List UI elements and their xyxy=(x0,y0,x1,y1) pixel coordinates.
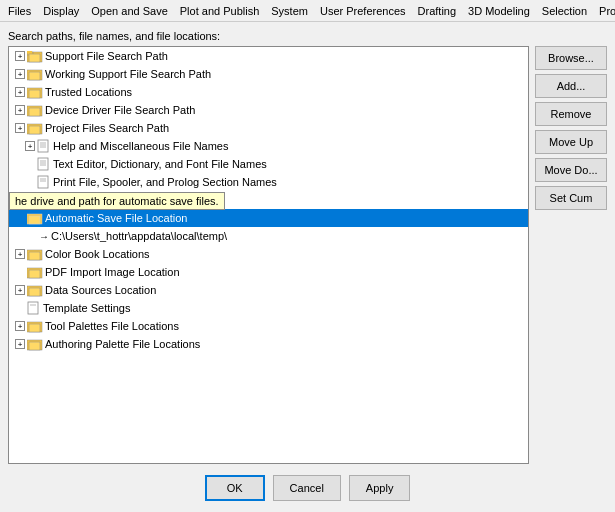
tree-item-auto-save[interactable]: Automatic Save File Location xyxy=(9,209,528,227)
folder-icon-pdf-import xyxy=(27,265,43,279)
dialog-description: Search paths, file names, and file locat… xyxy=(8,30,607,42)
tree-label-color-book: Color Book Locations xyxy=(45,248,150,260)
tree-label-data-sources: Data Sources Location xyxy=(45,284,156,296)
folder-icon-project-files xyxy=(27,121,43,135)
svg-rect-38 xyxy=(29,342,40,350)
tree-item-auto-save-path[interactable]: → C:\Users\t_hottr\appdata\local\temp\ xyxy=(9,227,528,245)
tree-label-template-settings: Template Settings xyxy=(43,302,130,314)
expand-help-misc[interactable]: + xyxy=(25,141,35,151)
svg-rect-16 xyxy=(38,158,48,170)
tree-item-authoring-palette[interactable]: + Authoring Palette File Locations xyxy=(9,335,528,353)
svg-rect-32 xyxy=(29,288,40,296)
tree-item-template-settings[interactable]: Template Settings xyxy=(9,299,528,317)
move-down-button[interactable]: Move Do... xyxy=(535,158,607,182)
folder-icon-support-search xyxy=(27,49,43,63)
tree-label-text-editor: Text Editor, Dictionary, and Font File N… xyxy=(53,158,267,170)
tree-item-trusted-loc[interactable]: + Trusted Locations xyxy=(9,83,528,101)
menu-plot-publish[interactable]: Plot and Publish xyxy=(174,0,266,22)
doc-icon-template-settings xyxy=(27,301,41,315)
tree-label-trusted-loc: Trusted Locations xyxy=(45,86,132,98)
apply-button[interactable]: Apply xyxy=(349,475,411,501)
folder-icon-authoring-palette xyxy=(27,337,43,351)
folder-icon-tool-palettes xyxy=(27,319,43,333)
move-up-button[interactable]: Move Up xyxy=(535,130,607,154)
options-dialog: Search paths, file names, and file locat… xyxy=(0,22,615,512)
tree-item-color-book[interactable]: + Color Book Locations xyxy=(9,245,528,263)
tree-label-auto-save-path: C:\Users\t_hottr\appdata\local\temp\ xyxy=(51,230,227,242)
remove-button[interactable]: Remove xyxy=(535,102,607,126)
ok-button[interactable]: OK xyxy=(205,475,265,501)
expand-device-driver[interactable]: + xyxy=(15,105,25,115)
folder-icon-working-support xyxy=(27,67,43,81)
add-button[interactable]: Add... xyxy=(535,74,607,98)
expand-working-support[interactable]: + xyxy=(15,69,25,79)
svg-rect-2 xyxy=(27,51,32,53)
expand-trusted-loc[interactable]: + xyxy=(15,87,25,97)
doc-icon-print-file xyxy=(37,175,51,189)
tree-label-project-files: Project Files Search Path xyxy=(45,122,169,134)
expand-tool-palettes[interactable]: + xyxy=(15,321,25,331)
tree-item-working-support[interactable]: + Working Support File Search Path xyxy=(9,65,528,83)
tooltip: he drive and path for automatic save fil… xyxy=(9,192,225,210)
folder-icon-auto-save xyxy=(27,211,43,225)
menu-selection[interactable]: Selection xyxy=(536,0,593,22)
tree-label-print-file: Print File, Spooler, and Prolog Section … xyxy=(53,176,277,188)
doc-icon-help-misc xyxy=(37,139,51,153)
menubar: Files Display Open and Save Plot and Pub… xyxy=(0,0,615,22)
content-area: he drive and path for automatic save fil… xyxy=(8,46,607,464)
expand-project-files[interactable]: + xyxy=(15,123,25,133)
svg-rect-33 xyxy=(28,302,38,314)
folder-icon-data-sources xyxy=(27,283,43,297)
expand-authoring-palette[interactable]: + xyxy=(15,339,25,349)
bottom-buttons: OK Cancel Apply xyxy=(8,464,607,504)
svg-rect-3 xyxy=(29,54,40,62)
tree-item-print-file[interactable]: Print File, Spooler, and Prolog Section … xyxy=(9,173,528,191)
doc-icon-text-editor xyxy=(37,157,51,171)
folder-icon-color-book xyxy=(27,247,43,261)
tree-label-pdf-import: PDF Import Image Location xyxy=(45,266,180,278)
svg-rect-20 xyxy=(38,176,48,188)
tree-item-help-misc[interactable]: + Help and Miscellaneous File Names xyxy=(9,137,528,155)
tree-label-working-support: Working Support File Search Path xyxy=(45,68,211,80)
svg-rect-9 xyxy=(29,108,40,116)
svg-rect-36 xyxy=(29,324,40,332)
cancel-button[interactable]: Cancel xyxy=(273,475,341,501)
svg-rect-12 xyxy=(38,140,48,152)
menu-open-save[interactable]: Open and Save xyxy=(85,0,173,22)
tree-label-authoring-palette: Authoring Palette File Locations xyxy=(45,338,200,350)
folder-icon-trusted-loc xyxy=(27,85,43,99)
file-tree-panel[interactable]: he drive and path for automatic save fil… xyxy=(8,46,529,464)
tree-item-tool-palettes[interactable]: + Tool Palettes File Locations xyxy=(9,317,528,335)
menu-files[interactable]: Files xyxy=(2,0,37,22)
tree-item-device-driver[interactable]: + Device Driver File Search Path xyxy=(9,101,528,119)
tree-item-data-sources[interactable]: + Data Sources Location xyxy=(9,281,528,299)
menu-system[interactable]: System xyxy=(265,0,314,22)
svg-rect-30 xyxy=(29,270,40,278)
browse-button[interactable]: Browse... xyxy=(535,46,607,70)
set-current-button[interactable]: Set Cum xyxy=(535,186,607,210)
expand-support-search[interactable]: + xyxy=(15,51,25,61)
tree-item-project-files[interactable]: + Project Files Search Path xyxy=(9,119,528,137)
tree-label-auto-save: Automatic Save File Location xyxy=(45,212,187,224)
tree-item-text-editor[interactable]: Text Editor, Dictionary, and Font File N… xyxy=(9,155,528,173)
arrow-icon: → xyxy=(39,231,49,242)
expand-color-book[interactable]: + xyxy=(15,249,25,259)
folder-icon-device-driver xyxy=(27,103,43,117)
svg-rect-26 xyxy=(29,216,40,224)
tree-label-help-misc: Help and Miscellaneous File Names xyxy=(53,140,228,152)
svg-rect-7 xyxy=(29,90,40,98)
tree-item-pdf-import[interactable]: PDF Import Image Location xyxy=(9,263,528,281)
tree-label-support-search: Support File Search Path xyxy=(45,50,168,62)
menu-profiles[interactable]: Profiles xyxy=(593,0,615,22)
action-buttons-panel: Browse... Add... Remove Move Up Move Do.… xyxy=(535,46,607,464)
tree-label-device-driver: Device Driver File Search Path xyxy=(45,104,195,116)
menu-3d-modeling[interactable]: 3D Modeling xyxy=(462,0,536,22)
svg-rect-11 xyxy=(29,126,40,134)
tree-label-tool-palettes: Tool Palettes File Locations xyxy=(45,320,179,332)
tree-item-support-search[interactable]: + Support File Search Path xyxy=(9,47,528,65)
menu-user-prefs[interactable]: User Preferences xyxy=(314,0,412,22)
menu-drafting[interactable]: Drafting xyxy=(412,0,463,22)
menu-display[interactable]: Display xyxy=(37,0,85,22)
svg-rect-5 xyxy=(29,72,40,80)
expand-data-sources[interactable]: + xyxy=(15,285,25,295)
